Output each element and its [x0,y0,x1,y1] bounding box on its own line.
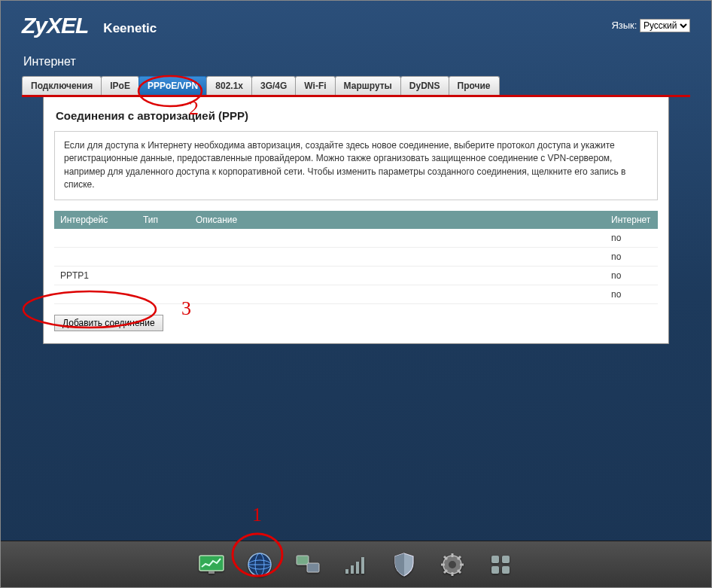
globe-icon [247,552,272,577]
svg-rect-25 [502,566,510,574]
nav-internet[interactable] [239,547,281,582]
nav-apps[interactable] [479,547,522,582]
signal-icon [344,554,368,575]
nav-status[interactable] [190,547,233,582]
tabs: Подключения IPoE PPPoE/VPN 802.1x 3G/4G … [22,76,690,95]
tab-wifi[interactable]: Wi-Fi [295,76,335,95]
bottom-nav [1,541,711,587]
svg-point-13 [449,561,456,568]
svg-line-21 [444,570,447,573]
svg-rect-6 [297,556,309,565]
svg-line-20 [458,556,461,559]
svg-rect-23 [502,556,510,563]
gear-icon [441,553,464,576]
col-internet: Интернет [605,211,658,229]
add-connection-button[interactable]: Добавить соединение [54,315,163,331]
content-panel: Соединения с авторизацией (PPP) Если для… [43,97,669,344]
tab-3g4g[interactable]: 3G/4G [251,76,296,95]
svg-rect-9 [351,565,354,574]
tab-connections[interactable]: Подключения [22,76,102,95]
network-icon [295,554,321,575]
language-label: Язык: [611,20,637,31]
tab-other[interactable]: Прочие [449,76,500,95]
apps-icon [490,554,511,575]
annotation-num-1: 1 [252,504,262,526]
svg-line-18 [444,556,447,559]
svg-rect-22 [491,556,499,563]
monitor-icon [199,555,224,574]
panel-infobox: Если для доступа к Интернету необходима … [54,131,658,200]
header: ZyXEL Keenetic Язык: Русский [1,1,711,44]
nav-homenet[interactable] [287,547,329,582]
svg-line-19 [458,570,461,573]
nav-system[interactable] [431,547,473,582]
svg-rect-24 [491,566,499,574]
model-name: Keenetic [103,15,157,36]
col-description: Описание [190,211,605,229]
tab-ipoe[interactable]: IPoE [101,76,139,95]
tab-dydns[interactable]: DyDNS [400,76,449,95]
shield-icon [394,553,415,577]
tab-routes[interactable]: Маршруты [335,76,401,95]
nav-security[interactable] [383,547,425,582]
section-title: Интернет [1,44,711,76]
nav-wifi[interactable] [335,547,377,582]
svg-rect-11 [361,557,364,574]
svg-rect-1 [208,571,215,574]
table-row[interactable]: PPTP1 no [54,266,658,285]
svg-rect-7 [307,563,319,572]
logo: ZyXEL [22,13,88,38]
table-row[interactable]: no [54,285,658,303]
panel-heading: Соединения с авторизацией (PPP) [54,109,658,122]
col-interface: Интерфейс [54,211,137,229]
tab-pppoe-vpn[interactable]: PPPoE/VPN [138,76,207,95]
language-select[interactable]: Русский [640,19,690,32]
language-selector: Язык: Русский [611,19,690,32]
table-row[interactable]: no [54,247,658,266]
table-row[interactable]: no [54,229,658,248]
svg-rect-10 [356,562,359,574]
connections-table: Интерфейс Тип Описание Интернет no [54,211,658,304]
tab-8021x[interactable]: 802.1x [206,76,252,95]
svg-rect-8 [345,569,348,574]
col-type: Тип [137,211,190,229]
